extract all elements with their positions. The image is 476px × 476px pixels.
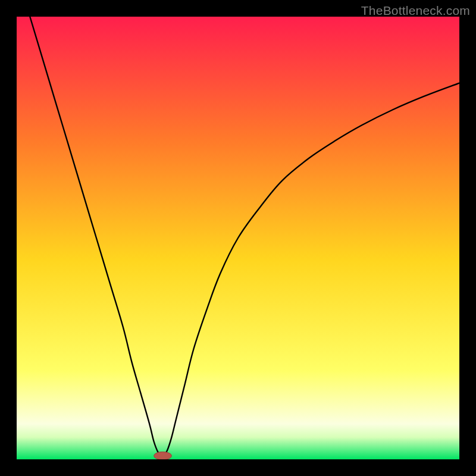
chart-frame [17, 17, 459, 459]
notch-marker [154, 452, 172, 459]
watermark-text: TheBottleneck.com [361, 4, 470, 18]
bottleneck-chart [17, 17, 459, 459]
